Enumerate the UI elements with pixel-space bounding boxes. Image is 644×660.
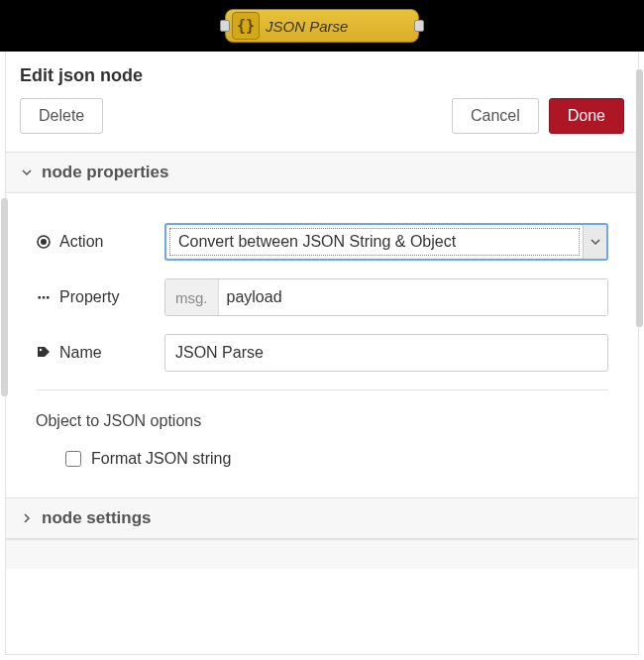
section-title-settings: node settings <box>42 508 152 528</box>
tag-icon <box>36 345 52 361</box>
format-json-label: Format JSON string <box>91 450 231 468</box>
delete-button[interactable]: Delete <box>20 98 103 134</box>
ellipsis-icon <box>36 289 52 305</box>
name-label: Name <box>36 344 164 362</box>
svg-point-5 <box>40 349 42 351</box>
svg-point-1 <box>41 239 47 245</box>
chevron-down-icon[interactable] <box>583 225 606 259</box>
svg-rect-2 <box>39 296 42 299</box>
node-pill-label: JSON Parse <box>266 18 348 35</box>
property-input[interactable] <box>219 279 607 315</box>
page-title: Edit json node <box>6 52 638 98</box>
done-button[interactable]: Done <box>549 98 624 134</box>
panel-footer <box>6 539 638 569</box>
action-label: Action <box>36 233 164 251</box>
svg-rect-3 <box>43 296 46 299</box>
cancel-button[interactable]: Cancel <box>452 98 539 134</box>
scrollbar[interactable] <box>1 198 8 396</box>
svg-rect-4 <box>47 296 50 299</box>
divider <box>36 389 608 390</box>
properties-body: Action Convert between JSON String & Obj… <box>6 193 638 497</box>
action-label-text: Action <box>59 233 103 251</box>
json-options-title: Object to JSON options <box>36 412 608 430</box>
property-input-wrap: msg. <box>164 278 608 316</box>
property-label: Property <box>36 288 164 306</box>
name-input[interactable] <box>164 334 608 372</box>
radio-dot-icon <box>36 234 52 250</box>
button-row: Delete Cancel Done <box>6 98 638 152</box>
node-input-port[interactable] <box>220 20 230 32</box>
property-prefix[interactable]: msg. <box>165 279 219 315</box>
node-pill[interactable]: {} JSON Parse <box>225 9 419 43</box>
scrollbar[interactable] <box>636 69 643 327</box>
section-header-properties[interactable]: node properties <box>6 152 638 193</box>
node-output-port[interactable] <box>414 20 424 32</box>
section-header-settings[interactable]: node settings <box>6 497 638 539</box>
json-icon: {} <box>232 12 260 40</box>
action-select-value: Convert between JSON String & Object <box>169 228 580 256</box>
format-json-checkbox[interactable] <box>65 451 81 467</box>
section-title-properties: node properties <box>42 163 168 182</box>
action-select[interactable]: Convert between JSON String & Object <box>164 223 608 261</box>
chevron-down-icon <box>22 167 32 177</box>
edit-panel: Edit json node Delete Cancel Done node p… <box>5 52 639 655</box>
chevron-right-icon <box>22 513 32 523</box>
property-label-text: Property <box>59 288 119 306</box>
name-label-text: Name <box>59 344 102 362</box>
workspace-strip: {} JSON Parse <box>0 0 644 52</box>
